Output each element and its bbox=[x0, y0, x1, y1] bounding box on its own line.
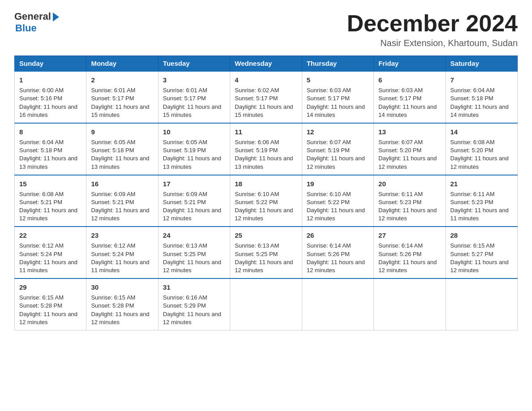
table-row: 4 Sunrise: 6:02 AM Sunset: 5:17 PM Dayli… bbox=[230, 71, 302, 123]
day-sunrise: Sunrise: 6:15 AM bbox=[450, 242, 495, 249]
day-sunrise: Sunrise: 6:05 AM bbox=[163, 139, 207, 146]
col-thursday: Thursday bbox=[302, 56, 373, 72]
table-row: 12 Sunrise: 6:07 AM Sunset: 5:19 PM Dayl… bbox=[302, 123, 373, 175]
day-sunrise: Sunrise: 6:01 AM bbox=[91, 87, 135, 94]
day-sunrise: Sunrise: 6:03 AM bbox=[378, 87, 423, 94]
day-sunrise: Sunrise: 6:10 AM bbox=[307, 191, 351, 197]
day-number: 6 bbox=[378, 75, 441, 85]
day-number: 28 bbox=[450, 231, 513, 240]
day-number: 29 bbox=[19, 283, 82, 292]
table-row: 27 Sunrise: 6:14 AM Sunset: 5:26 PM Dayl… bbox=[374, 227, 446, 278]
table-row: 19 Sunrise: 6:10 AM Sunset: 5:22 PM Dayl… bbox=[302, 175, 373, 227]
day-sunrise: Sunrise: 6:05 AM bbox=[91, 139, 135, 146]
day-sunset: Sunset: 5:24 PM bbox=[19, 251, 62, 257]
day-sunset: Sunset: 5:23 PM bbox=[450, 199, 493, 206]
col-friday: Friday bbox=[374, 56, 446, 72]
table-row: 11 Sunrise: 6:06 AM Sunset: 5:19 PM Dayl… bbox=[230, 123, 302, 175]
table-row: 17 Sunrise: 6:09 AM Sunset: 5:21 PM Dayl… bbox=[158, 175, 230, 227]
day-sunset: Sunset: 5:16 PM bbox=[19, 95, 62, 102]
day-sunrise: Sunrise: 6:11 AM bbox=[450, 191, 495, 197]
day-number: 5 bbox=[307, 75, 369, 85]
col-wednesday: Wednesday bbox=[230, 56, 302, 72]
day-daylight: Daylight: 11 hours and 12 minutes bbox=[163, 311, 221, 325]
table-row: 6 Sunrise: 6:03 AM Sunset: 5:17 PM Dayli… bbox=[374, 71, 446, 123]
logo: General Blue bbox=[14, 11, 59, 34]
day-number: 13 bbox=[378, 127, 441, 137]
day-number: 16 bbox=[91, 179, 153, 188]
day-number: 10 bbox=[163, 127, 225, 137]
day-sunrise: Sunrise: 6:15 AM bbox=[91, 294, 135, 301]
col-monday: Monday bbox=[86, 56, 158, 72]
day-daylight: Daylight: 11 hours and 15 minutes bbox=[91, 103, 149, 118]
day-sunset: Sunset: 5:22 PM bbox=[307, 199, 350, 206]
day-number: 19 bbox=[307, 179, 369, 188]
day-sunset: Sunset: 5:28 PM bbox=[91, 302, 134, 309]
day-number: 15 bbox=[19, 179, 82, 188]
day-daylight: Daylight: 11 hours and 11 minutes bbox=[91, 259, 149, 274]
day-daylight: Daylight: 11 hours and 12 minutes bbox=[163, 207, 221, 222]
table-row: 24 Sunrise: 6:13 AM Sunset: 5:25 PM Dayl… bbox=[158, 227, 230, 278]
day-daylight: Daylight: 11 hours and 15 minutes bbox=[235, 103, 293, 118]
day-daylight: Daylight: 11 hours and 12 minutes bbox=[378, 207, 437, 222]
day-number: 21 bbox=[450, 179, 513, 188]
day-sunrise: Sunrise: 6:14 AM bbox=[307, 242, 351, 249]
day-sunset: Sunset: 5:17 PM bbox=[378, 95, 421, 102]
table-row: 21 Sunrise: 6:11 AM Sunset: 5:23 PM Dayl… bbox=[446, 175, 517, 227]
day-number: 18 bbox=[235, 179, 297, 188]
table-row: 26 Sunrise: 6:14 AM Sunset: 5:26 PM Dayl… bbox=[302, 227, 373, 278]
month-title: December 2024 bbox=[347, 11, 518, 36]
calendar-week-row: 15 Sunrise: 6:08 AM Sunset: 5:21 PM Dayl… bbox=[15, 175, 518, 227]
day-sunrise: Sunrise: 6:13 AM bbox=[235, 242, 279, 249]
day-sunset: Sunset: 5:28 PM bbox=[19, 302, 62, 309]
day-sunrise: Sunrise: 6:12 AM bbox=[19, 242, 64, 249]
col-tuesday: Tuesday bbox=[158, 56, 230, 72]
day-daylight: Daylight: 11 hours and 12 minutes bbox=[91, 207, 149, 222]
day-number: 9 bbox=[91, 127, 153, 137]
day-sunrise: Sunrise: 6:00 AM bbox=[19, 87, 64, 94]
day-daylight: Daylight: 11 hours and 12 minutes bbox=[19, 207, 77, 222]
table-row bbox=[302, 278, 373, 330]
day-number: 31 bbox=[163, 283, 225, 292]
day-sunset: Sunset: 5:22 PM bbox=[235, 199, 278, 206]
day-sunrise: Sunrise: 6:08 AM bbox=[19, 191, 64, 197]
logo-arrow-icon bbox=[53, 13, 59, 21]
table-row: 10 Sunrise: 6:05 AM Sunset: 5:19 PM Dayl… bbox=[158, 123, 230, 175]
day-sunrise: Sunrise: 6:09 AM bbox=[91, 191, 135, 197]
table-row: 2 Sunrise: 6:01 AM Sunset: 5:17 PM Dayli… bbox=[86, 71, 158, 123]
day-daylight: Daylight: 11 hours and 12 minutes bbox=[378, 155, 437, 170]
day-sunrise: Sunrise: 6:08 AM bbox=[450, 139, 495, 146]
day-sunrise: Sunrise: 6:15 AM bbox=[19, 294, 64, 301]
day-daylight: Daylight: 11 hours and 13 minutes bbox=[235, 155, 293, 170]
day-sunset: Sunset: 5:25 PM bbox=[235, 251, 278, 257]
table-row: 3 Sunrise: 6:01 AM Sunset: 5:17 PM Dayli… bbox=[158, 71, 230, 123]
day-number: 22 bbox=[19, 231, 82, 240]
day-sunrise: Sunrise: 6:12 AM bbox=[91, 242, 135, 249]
day-daylight: Daylight: 11 hours and 14 minutes bbox=[378, 103, 437, 118]
logo-general-text: General bbox=[14, 11, 51, 22]
day-daylight: Daylight: 11 hours and 14 minutes bbox=[450, 103, 509, 118]
day-daylight: Daylight: 11 hours and 12 minutes bbox=[307, 155, 365, 170]
col-saturday: Saturday bbox=[446, 56, 517, 72]
day-sunrise: Sunrise: 6:03 AM bbox=[307, 87, 351, 94]
day-number: 27 bbox=[378, 231, 441, 240]
day-sunrise: Sunrise: 6:16 AM bbox=[163, 294, 207, 301]
day-sunset: Sunset: 5:21 PM bbox=[163, 199, 206, 206]
day-number: 7 bbox=[450, 75, 513, 85]
calendar-week-row: 29 Sunrise: 6:15 AM Sunset: 5:28 PM Dayl… bbox=[15, 278, 518, 330]
day-sunrise: Sunrise: 6:10 AM bbox=[235, 191, 279, 197]
day-sunrise: Sunrise: 6:02 AM bbox=[235, 87, 279, 94]
day-number: 20 bbox=[378, 179, 441, 188]
day-sunset: Sunset: 5:26 PM bbox=[307, 251, 350, 257]
day-number: 2 bbox=[91, 75, 153, 85]
table-row: 22 Sunrise: 6:12 AM Sunset: 5:24 PM Dayl… bbox=[15, 227, 86, 278]
calendar-week-row: 22 Sunrise: 6:12 AM Sunset: 5:24 PM Dayl… bbox=[15, 227, 518, 278]
day-daylight: Daylight: 11 hours and 12 minutes bbox=[450, 259, 509, 274]
day-sunrise: Sunrise: 6:04 AM bbox=[19, 139, 64, 146]
day-daylight: Daylight: 11 hours and 11 minutes bbox=[450, 207, 509, 222]
table-row bbox=[230, 278, 302, 330]
table-row: 31 Sunrise: 6:16 AM Sunset: 5:29 PM Dayl… bbox=[158, 278, 230, 330]
day-sunrise: Sunrise: 6:07 AM bbox=[378, 139, 423, 146]
day-number: 11 bbox=[235, 127, 297, 137]
day-daylight: Daylight: 11 hours and 12 minutes bbox=[450, 155, 509, 170]
day-sunset: Sunset: 5:21 PM bbox=[91, 199, 134, 206]
